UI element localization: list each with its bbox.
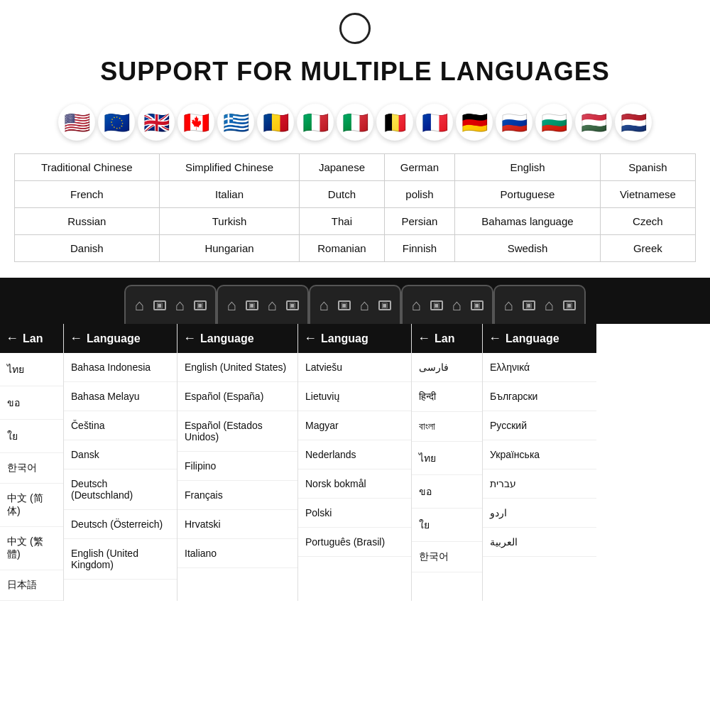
language-list-item[interactable]: Français — [178, 481, 297, 510]
panel-title: Language — [200, 332, 254, 345]
flag-icon: 🇩🇪 — [456, 104, 493, 141]
flag-icon: 🇳🇱 — [615, 104, 652, 141]
language-cell: Swedish — [455, 235, 601, 262]
language-cell: Turkish — [159, 208, 300, 235]
language-list-item[interactable]: Italiano — [178, 539, 297, 568]
panel-header: ←Lan — [0, 324, 63, 353]
top-circle-icon — [339, 13, 371, 44]
language-cell: German — [384, 154, 455, 181]
language-list-item[interactable]: Lietuvių — [298, 382, 411, 411]
image-icon: ▣ — [523, 300, 535, 310]
language-list-item[interactable]: Magyar — [298, 411, 411, 440]
flag-icon: 🇮🇹 — [297, 104, 334, 141]
language-cell: Japanese — [300, 154, 384, 181]
language-list-item[interactable]: اردو — [483, 499, 596, 528]
language-panel: ←LanguageBahasa IndonesiaBahasa MelayuČe… — [64, 324, 178, 601]
language-list-item[interactable]: Latviešu — [298, 353, 411, 382]
language-list-item[interactable]: Hrvatski — [178, 510, 297, 539]
language-list-item[interactable]: ขอ — [0, 386, 63, 420]
flag-icon: 🇬🇧 — [138, 104, 175, 141]
language-list-item[interactable]: हिन्दी — [412, 382, 482, 412]
language-list-item[interactable]: Español (Estados Unidos) — [178, 411, 297, 452]
flag-icon: 🇮🇹 — [337, 104, 373, 141]
language-list-item[interactable]: Polski — [298, 499, 411, 528]
panel-title: Lan — [435, 332, 454, 345]
language-list-item[interactable]: 한국어 — [0, 453, 63, 484]
flag-icon: 🇷🇺 — [496, 104, 532, 141]
language-list-item[interactable]: English (United Kingdom) — [64, 539, 177, 580]
back-arrow[interactable]: ← — [488, 331, 501, 346]
flags-row: 🇺🇸🇪🇺🇬🇧🇨🇦🇬🇷🇷🇴🇮🇹🇮🇹🇧🇪🇫🇷🇩🇪🇷🇺🇧🇬🇭🇺🇳🇱 — [0, 99, 710, 153]
language-cell: French — [15, 181, 160, 208]
image-icon: ▣ — [246, 300, 258, 310]
language-list-item[interactable]: 한국어 — [412, 542, 482, 572]
home-icon: ⌂ — [452, 296, 461, 315]
image-icon: ▣ — [194, 300, 207, 310]
language-cell: Persian — [384, 208, 455, 235]
panel-title: Languag — [321, 332, 368, 345]
language-list-item[interactable]: 中文 (简体) — [0, 484, 63, 527]
home-icon: ⌂ — [226, 296, 236, 315]
phone-unit: ⌂ ▣ ⌂ ▣ — [217, 285, 309, 324]
back-arrow[interactable]: ← — [417, 331, 430, 346]
language-cell: Portuguese — [455, 181, 601, 208]
language-cell: Czech — [600, 208, 695, 235]
language-cell: Thai — [300, 208, 384, 235]
language-list-item[interactable]: ไทย — [0, 353, 63, 386]
language-cell: Traditional Chinese — [15, 154, 160, 181]
flag-icon: 🇷🇴 — [257, 104, 294, 141]
language-list-item[interactable]: Deutsch (Österreich) — [64, 510, 177, 539]
language-panel: ←LanguageΕλληνικάБългарскиРусскийУкраїнс… — [483, 324, 596, 601]
back-arrow[interactable]: ← — [70, 331, 82, 346]
back-arrow[interactable]: ← — [6, 331, 18, 346]
language-list-item[interactable]: বাংলা — [412, 412, 482, 442]
phone-screen: ⌂ ▣ ⌂ ▣ — [401, 285, 493, 324]
language-list-item[interactable]: 中文 (繁體) — [0, 527, 63, 570]
language-list-item[interactable]: Português (Brasil) — [298, 528, 411, 557]
panel-title: Language — [506, 332, 559, 345]
language-list-item[interactable]: Deutsch (Deutschland) — [64, 469, 177, 510]
language-list-item[interactable]: Русский — [483, 411, 596, 440]
language-list-item[interactable]: Nederlands — [298, 440, 411, 469]
language-list-item[interactable]: Ελληνικά — [483, 353, 596, 382]
image-icon: ▣ — [430, 300, 443, 310]
language-list-item[interactable]: Български — [483, 382, 596, 411]
language-cell: English — [455, 154, 601, 181]
phone-unit: ⌂ ▣ ⌂ ▣ — [401, 285, 493, 324]
phone-screen: ⌂ ▣ ⌂ ▣ — [309, 285, 401, 324]
image-icon: ▣ — [153, 300, 166, 310]
language-list-item[interactable]: Українська — [483, 440, 596, 469]
language-list-item[interactable]: Bahasa Indonesia — [64, 353, 177, 382]
language-list-item[interactable]: ใย — [412, 509, 482, 542]
language-list-item[interactable]: Español (España) — [178, 382, 297, 411]
language-cell: Romanian — [300, 235, 384, 262]
language-list-item[interactable]: Bahasa Melayu — [64, 382, 177, 411]
language-list-item[interactable]: Dansk — [64, 440, 177, 469]
language-panel: ←Lanไทยขอใย한국어中文 (简体)中文 (繁體)日本語 — [0, 324, 64, 601]
back-arrow[interactable]: ← — [304, 331, 317, 346]
language-list-item[interactable]: فارسی — [412, 353, 482, 382]
language-list-item[interactable]: ใย — [0, 420, 63, 453]
panel-header: ←Language — [178, 324, 297, 353]
panel-header: ←Language — [64, 324, 177, 353]
phone-unit: ⌂ ▣ ⌂ ▣ — [493, 285, 586, 324]
back-arrow[interactable]: ← — [183, 331, 196, 346]
language-list-item[interactable]: English (United States) — [178, 353, 297, 382]
language-list-item[interactable]: العربية — [483, 528, 596, 557]
home-icon: ⌂ — [134, 296, 143, 315]
language-cell: Greek — [600, 235, 695, 262]
language-cell: Bahamas language — [455, 208, 601, 235]
phone-screen: ⌂ ▣ ⌂ ▣ — [217, 285, 309, 324]
language-list-item[interactable]: 日本語 — [0, 570, 63, 601]
language-list-item[interactable]: ขอ — [412, 475, 482, 509]
language-cell: Italian — [159, 181, 300, 208]
panel-title: Language — [87, 332, 141, 345]
language-list-item[interactable]: Čeština — [64, 411, 177, 440]
language-list-item[interactable]: Filipino — [178, 452, 297, 481]
panel-header: ←Language — [483, 324, 596, 353]
language-list-item[interactable]: עברית — [483, 469, 596, 499]
language-cell: polish — [384, 181, 455, 208]
language-list-item[interactable]: Norsk bokmål — [298, 469, 411, 499]
flag-icon: 🇭🇺 — [575, 104, 612, 141]
language-list-item[interactable]: ไทย — [412, 442, 482, 475]
